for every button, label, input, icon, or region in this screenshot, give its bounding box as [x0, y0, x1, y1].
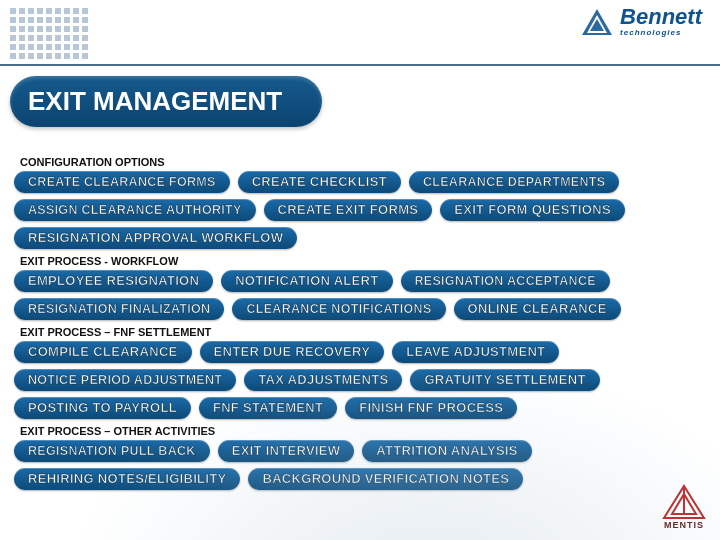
content-area: CONFIGURATION OPTIONSCREATE CLEARANCE FO…: [14, 150, 706, 496]
process-pill: CREATE CHECKLIST: [238, 171, 401, 193]
process-pill: CLEARANCE NOTIFICATIONS: [232, 298, 445, 320]
pill-row: REGISNATION PULL BACKEXIT INTERVIEWATTRI…: [14, 440, 706, 462]
brand-logo: Bennett technologies: [580, 6, 702, 37]
pill-label: RESIGNATION FINALIZATION: [28, 302, 210, 316]
section-label: EXIT PROCESS – FNF SETTLEMENT: [20, 326, 706, 338]
pill-label: CREATE CHECKLIST: [252, 174, 387, 189]
process-pill: REHIRING NOTES/ELIGIBILITY: [14, 468, 240, 490]
process-pill: REGISNATION PULL BACK: [14, 440, 210, 462]
pill-label: ASSIGN CLEARANCE AUTHORITY: [28, 203, 242, 217]
pill-row: NOTICE PERIOD ADJUSTMENTTAX ADJUSTMENTSG…: [14, 369, 706, 391]
brand-triangle-icon: [580, 7, 614, 37]
process-pill: GRATUITY SETTLEMENT: [410, 369, 599, 391]
pill-label: POSTING TO PAYROLL: [28, 400, 177, 415]
pill-label: ENTER DUE RECOVERY: [214, 344, 371, 359]
process-pill: BACKGROUND VERIFICATION NOTES: [248, 468, 523, 490]
process-pill: CREATE EXIT FORMS: [264, 199, 433, 221]
pill-label: COMPILE CLEARANCE: [28, 344, 178, 359]
pill-label: RESIGNATION ACCEPTANCE: [415, 274, 596, 288]
process-pill: ATTRITION ANALYSIS: [362, 440, 531, 462]
brand-text-wrap: Bennett technologies: [620, 6, 702, 37]
pill-row: COMPILE CLEARANCEENTER DUE RECOVERYLEAVE…: [14, 341, 706, 363]
pill-label: LEAVE ADJUSTMENT: [406, 344, 545, 359]
brand-subtitle: technologies: [620, 28, 702, 37]
pill-row: POSTING TO PAYROLLFNF STATEMENTFINISH FN…: [14, 397, 706, 419]
pill-row: RESIGNATION FINALIZATIONCLEARANCE NOTIFI…: [14, 298, 706, 320]
pill-row: RESIGNATION APPROVAL WORKFLOW: [14, 227, 706, 249]
footer-logo-text: MENTIS: [662, 520, 706, 530]
pill-label: EMPLOYEE RESIGNATION: [28, 273, 199, 288]
brand-name: Bennett: [620, 6, 702, 28]
pill-label: CREATE CLEARANCE FORMS: [28, 175, 216, 189]
pill-row: EMPLOYEE RESIGNATIONNOTIFICATION ALERTRE…: [14, 270, 706, 292]
pill-label: NOTIFICATION ALERT: [235, 273, 378, 288]
slide: Bennett technologies EXIT MANAGEMENT CON…: [0, 0, 720, 540]
pill-label: GRATUITY SETTLEMENT: [424, 372, 585, 387]
pill-label: RESIGNATION APPROVAL WORKFLOW: [28, 230, 283, 245]
process-pill: ONLINE CLEARANCE: [454, 298, 621, 320]
process-pill: FINISH FNF PROCESS: [345, 397, 517, 419]
pill-row: ASSIGN CLEARANCE AUTHORITYCREATE EXIT FO…: [14, 199, 706, 221]
pill-label: EXIT FORM QUESTIONS: [454, 202, 611, 217]
pill-row: CREATE CLEARANCE FORMSCREATE CHECKLISTCL…: [14, 171, 706, 193]
process-pill: EMPLOYEE RESIGNATION: [14, 270, 213, 292]
process-pill: ASSIGN CLEARANCE AUTHORITY: [14, 199, 256, 221]
pill-label: CREATE EXIT FORMS: [278, 202, 419, 217]
process-pill: POSTING TO PAYROLL: [14, 397, 191, 419]
process-pill: RESIGNATION FINALIZATION: [14, 298, 224, 320]
pill-label: NOTICE PERIOD ADJUSTMENT: [28, 373, 222, 387]
pill-label: CLEARANCE NOTIFICATIONS: [246, 302, 431, 316]
pill-label: REHIRING NOTES/ELIGIBILITY: [28, 471, 226, 486]
process-pill: CLEARANCE DEPARTMENTS: [409, 171, 619, 193]
process-pill: RESIGNATION APPROVAL WORKFLOW: [14, 227, 297, 249]
process-pill: EXIT INTERVIEW: [218, 440, 355, 462]
pill-label: BACKGROUND VERIFICATION NOTES: [262, 471, 509, 486]
footer-logo: MENTIS: [662, 484, 706, 530]
section-label: EXIT PROCESS – OTHER ACTIVITIES: [20, 425, 706, 437]
process-pill: RESIGNATION ACCEPTANCE: [401, 270, 610, 292]
pill-label: TAX ADJUSTMENTS: [258, 372, 388, 387]
top-divider: [0, 64, 720, 66]
pill-label: CLEARANCE DEPARTMENTS: [423, 175, 605, 189]
pill-label: ONLINE CLEARANCE: [468, 301, 607, 316]
section-label: CONFIGURATION OPTIONS: [20, 156, 706, 168]
decorative-dot-grid: [10, 8, 88, 59]
pill-label: FINISH FNF PROCESS: [359, 400, 503, 415]
pill-label: EXIT INTERVIEW: [232, 443, 341, 458]
page-title: EXIT MANAGEMENT: [10, 76, 322, 127]
pill-label: FNF STATEMENT: [213, 400, 323, 415]
section-label: EXIT PROCESS - WORKFLOW: [20, 255, 706, 267]
pill-label: ATTRITION ANALYSIS: [376, 443, 517, 458]
pill-label: REGISNATION PULL BACK: [28, 444, 196, 458]
process-pill: COMPILE CLEARANCE: [14, 341, 192, 363]
process-pill: CREATE CLEARANCE FORMS: [14, 171, 230, 193]
process-pill: LEAVE ADJUSTMENT: [392, 341, 559, 363]
process-pill: EXIT FORM QUESTIONS: [440, 199, 625, 221]
pill-row: REHIRING NOTES/ELIGIBILITYBACKGROUND VER…: [14, 468, 706, 490]
process-pill: ENTER DUE RECOVERY: [200, 341, 385, 363]
process-pill: FNF STATEMENT: [199, 397, 337, 419]
process-pill: NOTIFICATION ALERT: [221, 270, 392, 292]
process-pill: TAX ADJUSTMENTS: [244, 369, 402, 391]
process-pill: NOTICE PERIOD ADJUSTMENT: [14, 369, 236, 391]
